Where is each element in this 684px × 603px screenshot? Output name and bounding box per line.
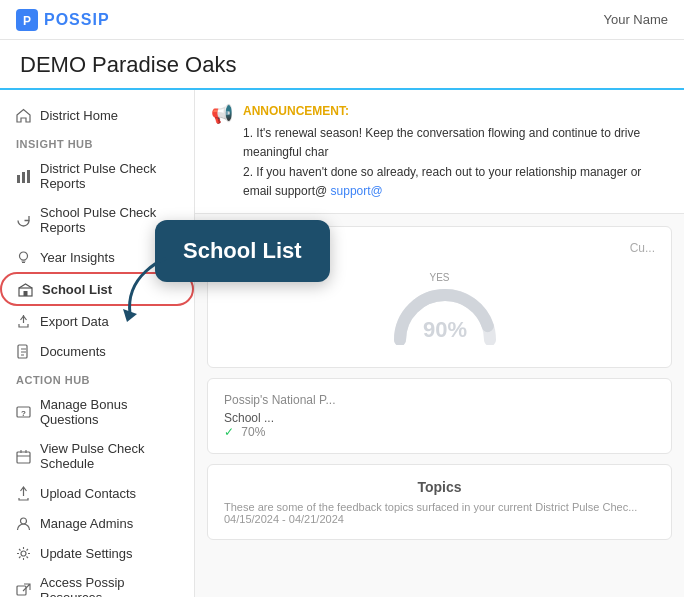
sidebar-section-insight-hub: INSIGHT HUB: [0, 130, 194, 154]
topics-date: 04/15/2024 - 04/21/2024: [224, 513, 655, 525]
user-name: Your Name: [603, 12, 668, 27]
topbar: P POSSIP Your Name: [0, 0, 684, 40]
tooltip-arrow: [115, 254, 175, 324]
sidebar-label-manage-bonus: Manage Bonus Questions: [40, 397, 178, 427]
sidebar-label-school-list: School List: [42, 282, 112, 297]
svg-text:?: ?: [21, 409, 26, 418]
check-icon: ✓: [224, 425, 234, 439]
svg-point-12: [21, 518, 27, 524]
school-label: School ...: [224, 411, 655, 425]
announcement-link[interactable]: support@: [331, 184, 383, 198]
benchmark-percent: ✓ 70%: [224, 425, 655, 439]
main-content: 📢 ANNOUNCEMENT: 1. It's renewal season! …: [195, 90, 684, 597]
announcement-banner: 📢 ANNOUNCEMENT: 1. It's renewal season! …: [195, 90, 684, 214]
svg-point-5: [20, 252, 28, 260]
sidebar-item-view-pulse[interactable]: View Pulse Check Schedule: [0, 434, 194, 478]
logo: P POSSIP: [16, 8, 110, 30]
announcement-line1: 1. It's renewal season! Keep the convers…: [243, 124, 668, 162]
topics-title: Topics: [224, 479, 655, 495]
school-list-tooltip: School List: [155, 220, 330, 282]
school-icon: [18, 281, 34, 297]
topics-card: Topics These are some of the feedback to…: [207, 464, 672, 540]
sidebar-item-district-pulse[interactable]: District Pulse Check Reports: [0, 154, 194, 198]
logo-text: POSSIP: [44, 11, 110, 29]
question-icon: ?: [16, 404, 32, 420]
svg-text:P: P: [23, 14, 31, 28]
sidebar: District Home INSIGHT HUB District Pulse…: [0, 90, 195, 597]
sidebar-item-manage-bonus[interactable]: ? Manage Bonus Questions: [0, 390, 194, 434]
gear-icon: [16, 545, 32, 561]
national-label: Possip's National P...: [224, 393, 655, 407]
sidebar-label-export-data: Export Data: [40, 314, 109, 329]
svg-rect-4: [27, 170, 30, 183]
upload-icon: [16, 485, 32, 501]
sidebar-label-view-pulse: View Pulse Check Schedule: [40, 441, 178, 471]
sidebar-item-update-settings[interactable]: Update Settings: [0, 538, 194, 568]
sidebar-item-district-home[interactable]: District Home: [0, 100, 194, 130]
svg-text:90%: 90%: [422, 317, 466, 342]
topics-sub: These are some of the feedback topics su…: [224, 501, 655, 525]
megaphone-icon: 📢: [211, 103, 233, 125]
calendar-icon: [16, 448, 32, 464]
page-header: DEMO Paradise Oaks: [0, 40, 684, 90]
lightbulb-icon: [16, 249, 32, 265]
gauge-chart: 90%: [390, 285, 500, 345]
svg-rect-3: [22, 172, 25, 183]
sidebar-section-action-hub: ACTION HUB: [0, 366, 194, 390]
sidebar-label-documents: Documents: [40, 344, 106, 359]
sidebar-item-upload-contacts[interactable]: Upload Contacts: [0, 478, 194, 508]
announcement-title: ANNOUNCEMENT:: [243, 102, 668, 121]
sidebar-item-documents[interactable]: Documents: [0, 336, 194, 366]
layout: District Home INSIGHT HUB District Pulse…: [0, 90, 684, 597]
svg-rect-14: [17, 586, 26, 595]
announcement-line2: 2. If you haven't done so already, reach…: [243, 163, 668, 201]
export-icon: [16, 313, 32, 329]
sidebar-label-district-pulse: District Pulse Check Reports: [40, 161, 178, 191]
page-title: DEMO Paradise Oaks: [20, 52, 664, 78]
link-icon: [16, 582, 32, 597]
sidebar-item-manage-admins[interactable]: Manage Admins: [0, 508, 194, 538]
gauge-wrapper: YES 90%: [390, 272, 490, 345]
sidebar-label-year-insights: Year Insights: [40, 250, 115, 265]
gauge-yes-label: YES: [390, 272, 490, 283]
sidebar-label-update-settings: Update Settings: [40, 546, 133, 561]
refresh-icon: [16, 212, 32, 228]
home-icon: [16, 107, 32, 123]
sidebar-item-access-possip[interactable]: Access Possip Resources: [0, 568, 194, 597]
svg-rect-11: [17, 452, 30, 463]
sidebar-label-district-home: District Home: [40, 108, 118, 123]
document-icon: [16, 343, 32, 359]
svg-point-13: [21, 551, 26, 556]
possip-logo-icon: P: [16, 8, 38, 30]
person-icon: [16, 515, 32, 531]
svg-rect-2: [17, 175, 20, 183]
current-label: Cu...: [630, 241, 655, 255]
chart-icon: [16, 168, 32, 184]
sidebar-label-access-possip: Access Possip Resources: [40, 575, 178, 597]
sidebar-label-manage-admins: Manage Admins: [40, 516, 133, 531]
sidebar-label-upload-contacts: Upload Contacts: [40, 486, 136, 501]
announcement-content: ANNOUNCEMENT: 1. It's renewal season! Ke…: [243, 102, 668, 201]
benchmark-card: Possip's National P... School ... ✓ 70%: [207, 378, 672, 454]
svg-rect-7: [24, 291, 28, 296]
